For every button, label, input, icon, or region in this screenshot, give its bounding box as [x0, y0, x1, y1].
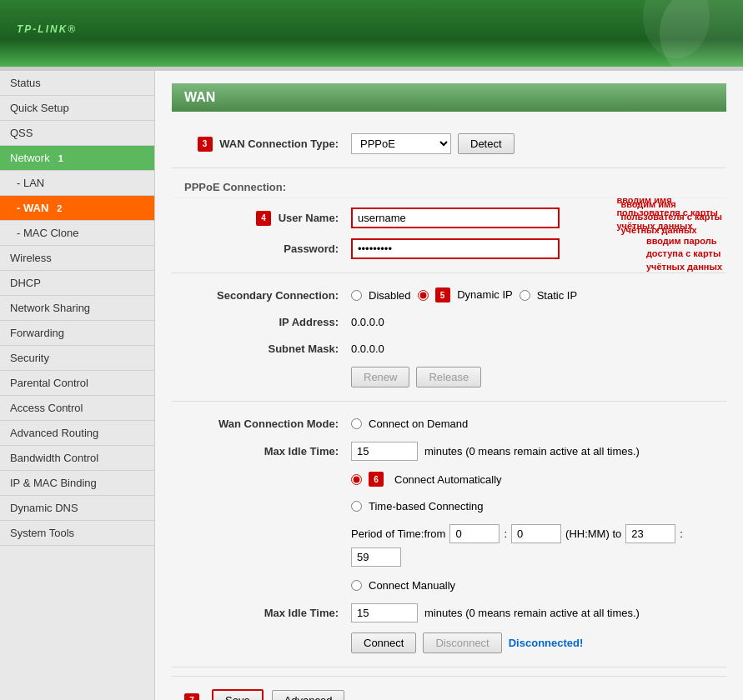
max-idle-time-value-1: minutes (0 means remain active at all ti…	[351, 442, 640, 461]
section-divider-4	[172, 667, 726, 668]
sidebar-item-network[interactable]: Network 1	[0, 146, 154, 171]
renew-button[interactable]: Renew	[351, 367, 409, 388]
disabled-radio[interactable]	[351, 290, 362, 301]
time-based-value: Time-based Connecting	[351, 500, 484, 512]
disconnect-button[interactable]: Disconnect	[423, 632, 501, 653]
period-to-input-1[interactable]	[625, 524, 675, 543]
content-area: 3 WAN Connection Type: PPPoE Detect PPPo…	[172, 128, 726, 700]
time-based-radio[interactable]	[351, 501, 362, 512]
subnet-mask-row: Subnet Mask: 0.0.0.0	[172, 335, 726, 362]
sidebar-item-wan[interactable]: - WAN 2	[0, 196, 154, 221]
sidebar-item-dhcp[interactable]: DHCP	[0, 271, 154, 296]
max-idle-time-label-2: Max Idle Time:	[184, 607, 351, 619]
period-from-label: Period of Time:from	[351, 528, 445, 540]
sidebar-item-dynamic-dns[interactable]: Dynamic DNS	[0, 496, 154, 521]
max-idle-time-row-1: Max Idle Time: minutes (0 means remain a…	[172, 437, 726, 466]
connect-disconnect-value: Connect Disconnect Disconnected!	[351, 632, 583, 653]
wan-connection-mode-value: Connect on Demand	[351, 418, 468, 430]
sidebar-item-system-tools[interactable]: System Tools	[0, 521, 154, 546]
advanced-button[interactable]: Advanced	[272, 690, 345, 700]
ip-address-label: IP Address:	[184, 316, 351, 328]
save-button[interactable]: Save	[212, 689, 264, 700]
section-divider-2	[172, 272, 726, 273]
period-from-input-2[interactable]	[511, 524, 561, 543]
sidebar-item-advanced-routing[interactable]: Advanced Routing	[0, 421, 154, 446]
dynamic-ip-radio[interactable]	[418, 290, 429, 301]
wan-label-text: - WAN	[17, 202, 48, 214]
sidebar-item-access-control[interactable]: Access Control	[0, 396, 154, 421]
sidebar-item-parental-control[interactable]: Parental Control	[0, 371, 154, 396]
connect-manually-value: Connect Manually	[351, 579, 455, 592]
logo-text: TP-LINK	[17, 23, 68, 35]
logo-mark: ®	[68, 23, 77, 35]
connect-manually-radio[interactable]	[351, 580, 362, 591]
connect-manually-label: Connect Manually	[369, 579, 455, 592]
period-value: Period of Time:from : (HH:MM) to :	[351, 524, 714, 567]
step5-badge: 5	[435, 288, 450, 302]
wan-connection-type-text: WAN Connection Type:	[219, 137, 339, 149]
detect-button[interactable]: Detect	[458, 133, 515, 154]
sidebar-item-ip-mac-binding[interactable]: IP & MAC Binding	[0, 471, 154, 496]
static-ip-radio[interactable]	[520, 290, 530, 301]
connect-disconnect-row: Connect Disconnect Disconnected!	[172, 628, 726, 658]
sidebar-item-security[interactable]: Security	[0, 346, 154, 371]
wan-connection-type-label: 3 WAN Connection Type:	[184, 137, 351, 152]
section-divider-3	[172, 401, 726, 402]
password-input[interactable]	[351, 238, 560, 259]
password-text: Password:	[284, 242, 339, 255]
password-label: Password:	[184, 242, 351, 255]
wan-connection-mode-row: Wan Connection Mode: Connect on Demand	[172, 410, 726, 437]
header-decoration	[576, 0, 743, 67]
renew-release-buttons: Renew Release	[351, 367, 481, 388]
period-hhmm-label: (HH:MM) to	[565, 528, 621, 540]
section-divider-1	[172, 168, 726, 168]
annotation-username-text: вводим имя пользователя с карты учётных …	[620, 198, 722, 237]
max-idle-time-row-2: Max Idle Time: minutes (0 means remain a…	[172, 598, 726, 628]
renew-release-row: Renew Release	[172, 362, 726, 392]
disabled-label: Disabled	[369, 289, 411, 302]
subnet-mask-label: Subnet Mask:	[184, 342, 351, 355]
connect-button[interactable]: Connect	[351, 632, 416, 653]
period-to-input-2[interactable]	[351, 548, 401, 567]
period-from-input-1[interactable]	[449, 524, 500, 543]
subnet-mask-text: 0.0.0.0	[351, 342, 384, 355]
release-button[interactable]: Release	[416, 367, 481, 388]
sidebar-item-wireless[interactable]: Wireless	[0, 246, 154, 271]
header: TP-LINK®	[0, 0, 743, 67]
sidebar-item-bandwidth-control[interactable]: Bandwidth Control	[0, 446, 154, 471]
sidebar-item-qss[interactable]: QSS	[0, 121, 154, 146]
password-value	[351, 238, 560, 259]
annotation-password-text: вводим пароль доступа с карты учётных да…	[646, 235, 722, 273]
period-colon-2: :	[680, 528, 683, 540]
connect-on-demand-radio[interactable]	[351, 418, 362, 429]
user-name-value	[351, 208, 560, 228]
user-name-label: 4 User Name:	[184, 211, 351, 226]
user-name-input[interactable]	[351, 208, 560, 228]
main-inner: WAN 3 WAN Connection Type: PPPoE Detect	[155, 71, 743, 700]
sidebar-item-quick-setup[interactable]: Quick Setup	[0, 96, 154, 121]
dynamic-ip-text: Dynamic IP	[457, 288, 512, 301]
user-name-text: User Name:	[279, 211, 339, 223]
max-idle-time-input-1[interactable]	[351, 442, 418, 461]
wan-connection-type-select[interactable]: PPPoE	[351, 133, 451, 154]
secondary-connection-label: Secondary Connection:	[184, 289, 351, 302]
step3-badge: 3	[198, 137, 213, 152]
sidebar-item-lan[interactable]: - LAN	[0, 171, 154, 196]
dynamic-ip-label: 5 Dynamic IP	[435, 288, 513, 302]
connect-manually-row: Connect Manually	[172, 572, 726, 598]
sidebar-item-network-sharing[interactable]: Network Sharing	[0, 296, 154, 321]
static-ip-label: Static IP	[537, 289, 577, 302]
step7-badge: 7	[184, 693, 199, 701]
max-idle-time-value-2: minutes (0 means remain active at all ti…	[351, 603, 640, 622]
ip-address-value: 0.0.0.0	[351, 316, 384, 328]
ip-address-row: IP Address: 0.0.0.0	[172, 308, 726, 335]
step6-badge: 6	[369, 472, 384, 487]
max-idle-time-suffix-2: minutes (0 means remain active at all ti…	[424, 607, 640, 619]
period-row: Period of Time:from : (HH:MM) to :	[172, 519, 726, 572]
max-idle-time-suffix-1: minutes (0 means remain active at all ti…	[424, 445, 640, 458]
sidebar-item-forwarding[interactable]: Forwarding	[0, 321, 154, 346]
sidebar-item-mac-clone[interactable]: - MAC Clone	[0, 221, 154, 246]
sidebar-item-status[interactable]: Status	[0, 71, 154, 96]
max-idle-time-input-2[interactable]	[351, 603, 418, 622]
connect-automatically-radio[interactable]	[351, 474, 362, 485]
